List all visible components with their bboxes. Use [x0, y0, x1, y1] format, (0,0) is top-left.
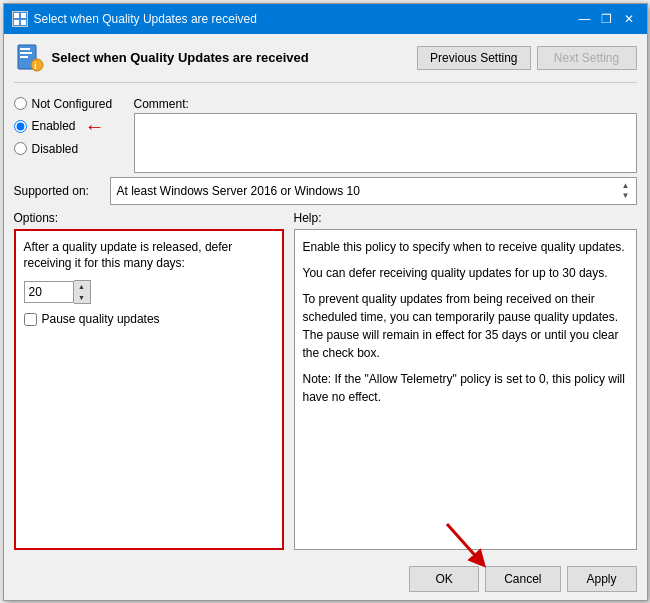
enabled-label: Enabled — [32, 119, 76, 133]
supported-value-box: At least Windows Server 2016 or Windows … — [110, 177, 637, 205]
apply-button[interactable]: Apply — [567, 566, 637, 592]
help-title: Help: — [294, 211, 637, 225]
help-paragraph: Note: If the "Allow Telemetry" policy is… — [303, 370, 628, 406]
restore-button[interactable]: ❒ — [597, 10, 617, 28]
enabled-option[interactable]: Enabled ← — [14, 115, 124, 138]
scroll-down-icon: ▼ — [622, 191, 630, 201]
cancel-button[interactable]: Cancel — [485, 566, 560, 592]
previous-setting-button[interactable]: Previous Setting — [417, 46, 530, 70]
nav-buttons: Previous Setting Next Setting — [417, 46, 636, 70]
window-icon — [12, 11, 28, 27]
options-box: After a quality update is released, defe… — [14, 229, 284, 550]
spinner-buttons: ▲ ▼ — [74, 280, 91, 304]
spin-down-button[interactable]: ▼ — [74, 292, 90, 303]
days-input[interactable] — [24, 281, 74, 303]
svg-text:i: i — [34, 61, 37, 71]
enabled-arrow-icon: ← — [85, 115, 105, 138]
next-setting-button[interactable]: Next Setting — [537, 46, 637, 70]
options-title: Options: — [14, 211, 284, 225]
svg-rect-7 — [20, 52, 32, 54]
not-configured-label: Not Configured — [32, 97, 113, 111]
supported-label: Supported on: — [14, 184, 104, 198]
comment-area: Comment: — [134, 97, 637, 173]
window-title: Select when Quality Updates are received — [34, 12, 257, 26]
svg-rect-2 — [21, 13, 26, 18]
radio-group: Not Configured Enabled ← Disabled — [14, 97, 124, 173]
spinner-row: ▲ ▼ — [24, 280, 274, 304]
help-paragraph: Enable this policy to specify when to re… — [303, 238, 628, 256]
svg-rect-6 — [20, 48, 30, 50]
content-area: i Select when Quality Updates are receiv… — [4, 34, 647, 558]
help-panel: Help: Enable this policy to specify when… — [294, 211, 637, 550]
radio-comment-row: Not Configured Enabled ← Disabled Commen… — [14, 97, 637, 173]
options-description: After a quality update is released, defe… — [24, 239, 274, 273]
comment-label: Comment: — [134, 97, 637, 111]
ok-arrow-icon — [442, 519, 492, 572]
not-configured-option[interactable]: Not Configured — [14, 97, 124, 111]
svg-rect-3 — [14, 20, 19, 25]
pause-label: Pause quality updates — [42, 312, 160, 326]
policy-icon: i — [14, 42, 46, 74]
supported-value: At least Windows Server 2016 or Windows … — [117, 184, 360, 198]
pause-checkbox-row: Pause quality updates — [24, 312, 274, 326]
help-paragraph: You can defer receiving quality updates … — [303, 264, 628, 282]
svg-rect-4 — [21, 20, 26, 25]
spin-up-button[interactable]: ▲ — [74, 281, 90, 292]
svg-rect-1 — [14, 13, 19, 18]
help-box: Enable this policy to specify when to re… — [294, 229, 637, 550]
not-configured-radio[interactable] — [14, 97, 27, 110]
minimize-button[interactable]: — — [575, 10, 595, 28]
supported-row: Supported on: At least Windows Server 20… — [14, 177, 637, 205]
disabled-option[interactable]: Disabled — [14, 142, 124, 156]
supported-scroll: ▲ ▼ — [622, 181, 630, 201]
title-bar: Select when Quality Updates are received… — [4, 4, 647, 34]
dialog-title: Select when Quality Updates are received — [52, 50, 309, 65]
help-paragraph: To prevent quality updates from being re… — [303, 290, 628, 362]
svg-point-9 — [31, 59, 43, 71]
enabled-radio[interactable] — [14, 120, 27, 133]
header-row: i Select when Quality Updates are receiv… — [14, 42, 637, 74]
pause-checkbox[interactable] — [24, 313, 37, 326]
header-title-area: i Select when Quality Updates are receiv… — [14, 42, 309, 74]
disabled-radio[interactable] — [14, 142, 27, 155]
header-divider — [14, 82, 637, 83]
scroll-up-icon: ▲ — [622, 181, 630, 191]
svg-rect-8 — [20, 56, 28, 58]
disabled-label: Disabled — [32, 142, 79, 156]
window-controls: — ❒ ✕ — [575, 10, 639, 28]
options-panel: Options: After a quality update is relea… — [14, 211, 284, 550]
main-window: Select when Quality Updates are received… — [3, 3, 648, 601]
footer: OK Cancel Apply — [4, 558, 647, 600]
svg-line-12 — [447, 524, 480, 561]
comment-textarea[interactable] — [134, 113, 637, 173]
close-button[interactable]: ✕ — [619, 10, 639, 28]
options-help-row: Options: After a quality update is relea… — [14, 211, 637, 550]
